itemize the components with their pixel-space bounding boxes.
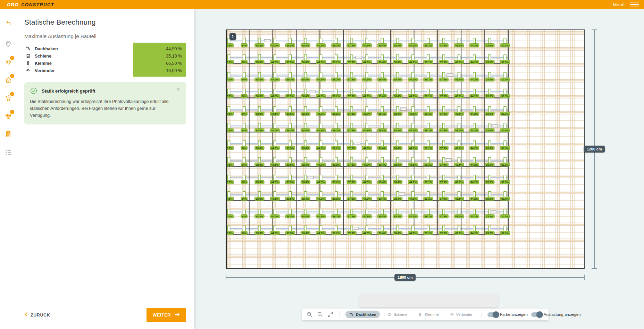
toggle-track[interactable]: [531, 312, 542, 317]
svg-text:39.4%: 39.4%: [378, 232, 386, 235]
toggle-knob[interactable]: [536, 311, 543, 318]
svg-text:38.4%: 38.4%: [302, 163, 309, 166]
svg-text:34%: 34%: [242, 95, 247, 98]
clamp-icon: [25, 60, 31, 66]
sidebar-item-cart[interactable]: [0, 89, 17, 107]
zoom-in-button[interactable]: [306, 311, 313, 318]
svg-text:38.4%: 38.4%: [394, 44, 402, 47]
svg-text:44.1%: 44.1%: [409, 197, 417, 200]
sidebar-item-modules[interactable]: [0, 107, 17, 125]
svg-text:43.6%: 43.6%: [455, 197, 463, 200]
app-window: OBO CONSTRUCT Menü Statische Berechnung …: [0, 0, 644, 329]
fit-view-button[interactable]: [327, 311, 334, 318]
svg-text:44.2%: 44.2%: [471, 44, 478, 47]
svg-text:37.9%: 37.9%: [440, 147, 448, 150]
filter-verbinder-button[interactable]: Verbinder: [446, 311, 476, 318]
filter-klemme-button[interactable]: Klemme: [414, 311, 442, 318]
svg-text:30.3%: 30.3%: [501, 78, 509, 81]
svg-text:38.4%: 38.4%: [394, 147, 402, 150]
svg-text:25.9%: 25.9%: [486, 95, 494, 98]
svg-text:39.1%: 39.1%: [425, 61, 432, 64]
clamp-icon: [418, 312, 423, 317]
svg-text:34%: 34%: [242, 181, 247, 184]
svg-text:39.1%: 39.1%: [425, 44, 432, 47]
svg-text:25.9%: 25.9%: [486, 147, 494, 150]
check-icon: [11, 57, 14, 59]
check-icon: [11, 93, 14, 95]
svg-text:44.9%: 44.9%: [363, 61, 371, 64]
svg-text:44.9%: 44.9%: [363, 129, 371, 132]
component-row-dachhaken: Dachhaken44,90 %: [24, 45, 186, 52]
zoom-in-icon: [306, 311, 313, 318]
alert-close-icon[interactable]: [176, 87, 181, 93]
panel-subtitle: Maximale Auslastung je Bauteil: [24, 33, 186, 39]
sidebar-item-statics[interactable]: [0, 125, 17, 143]
svg-text:37.3%: 37.3%: [348, 129, 356, 132]
toggle-knob[interactable]: [493, 311, 499, 318]
roof-layout-canvas[interactable]: 27.6%34%38.5%44.6%39.5%38.4%44.3%39.2%37…: [226, 29, 585, 269]
svg-text:39.5%: 39.5%: [286, 147, 294, 150]
toggle-track[interactable]: [487, 312, 498, 317]
calculator-icon: [5, 130, 12, 138]
roof-hook-icon: [25, 46, 31, 52]
location-pin-icon: [5, 40, 12, 48]
svg-text:39.1%: 39.1%: [425, 232, 432, 235]
sidebar-item-building[interactable]: [0, 71, 17, 89]
svg-text:43.6%: 43.6%: [455, 95, 463, 98]
svg-text:39.1%: 39.1%: [425, 147, 432, 150]
step-done-badge: [10, 92, 14, 96]
svg-text:38.4%: 38.4%: [302, 181, 309, 184]
menu-label[interactable]: Menü: [613, 2, 625, 7]
svg-text:25.9%: 25.9%: [486, 112, 494, 115]
component-row-klemme: Klemme66,50 %: [24, 60, 186, 67]
zoom-out-button[interactable]: [317, 311, 324, 318]
connector-icon: [25, 68, 31, 73]
svg-text:43.6%: 43.6%: [455, 61, 463, 64]
filter-label: Schiene: [394, 312, 408, 317]
svg-text:38.4%: 38.4%: [394, 95, 402, 98]
width-dimension-badge: 1800 cm: [394, 274, 416, 281]
svg-text:38.5%: 38.5%: [256, 163, 264, 166]
toggle-show-load[interactable]: Auslastung anzeigen: [531, 312, 581, 317]
svg-text:44.1%: 44.1%: [409, 95, 417, 98]
toggle-label: Farbe anzeigen: [500, 312, 528, 317]
svg-text:38.4%: 38.4%: [302, 197, 309, 200]
svg-text:37.3%: 37.3%: [348, 44, 356, 47]
svg-text:30.3%: 30.3%: [501, 44, 509, 47]
svg-text:37.3%: 37.3%: [348, 215, 356, 218]
sidebar-item-summary[interactable]: [0, 143, 17, 161]
toggle-show-color[interactable]: Farbe anzeigen: [487, 312, 528, 317]
hamburger-menu-icon[interactable]: [630, 2, 639, 7]
svg-text:25.9%: 25.9%: [486, 44, 494, 47]
sidebar-item-configuration[interactable]: [0, 53, 17, 71]
sidebar-item-location[interactable]: [0, 35, 17, 53]
alert-body: Die Statikberechnung war erfolgreich! Ih…: [30, 98, 181, 119]
svg-text:39.2%: 39.2%: [333, 147, 340, 150]
svg-text:37.3%: 37.3%: [348, 163, 356, 166]
svg-text:37.9%: 37.9%: [440, 61, 448, 64]
svg-text:44.2%: 44.2%: [471, 147, 478, 150]
back-button[interactable]: ZURÜCK: [24, 312, 50, 319]
svg-text:25.9%: 25.9%: [486, 163, 494, 166]
filter-dachhaken-button[interactable]: Dachhaken: [345, 311, 380, 318]
svg-text:44.9%: 44.9%: [363, 215, 371, 218]
svg-text:44.2%: 44.2%: [471, 232, 478, 235]
svg-text:34%: 34%: [242, 112, 247, 115]
svg-text:43.6%: 43.6%: [455, 112, 463, 115]
svg-text:39.1%: 39.1%: [425, 95, 432, 98]
svg-text:38.4%: 38.4%: [394, 215, 402, 218]
filter-schiene-button[interactable]: Schiene: [383, 311, 411, 318]
svg-text:44.9%: 44.9%: [363, 147, 371, 150]
svg-text:30.3%: 30.3%: [501, 215, 509, 218]
arrow-right-icon: [174, 312, 180, 318]
svg-text:37.3%: 37.3%: [348, 95, 356, 98]
next-button[interactable]: WEITER: [147, 308, 186, 322]
svg-text:44.3%: 44.3%: [317, 61, 325, 64]
svg-text:39.4%: 39.4%: [378, 112, 386, 115]
sidebar-item-back[interactable]: [0, 15, 17, 33]
svg-text:37.9%: 37.9%: [440, 112, 448, 115]
svg-text:43.6%: 43.6%: [455, 78, 463, 81]
rail-icon: [25, 53, 31, 59]
svg-text:44.9%: 44.9%: [363, 181, 371, 184]
component-label: Dachhaken: [35, 46, 58, 51]
